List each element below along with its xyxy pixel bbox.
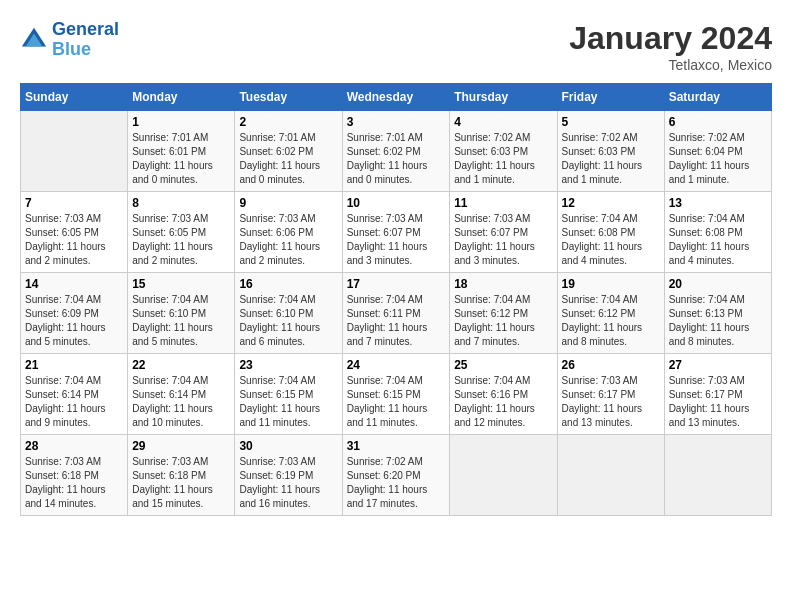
calendar-day-header: Wednesday [342,84,450,111]
calendar-cell: 19Sunrise: 7:04 AMSunset: 6:12 PMDayligh… [557,273,664,354]
day-number: 31 [347,439,446,453]
day-number: 22 [132,358,230,372]
calendar-cell [557,435,664,516]
day-info: Sunrise: 7:04 AMSunset: 6:15 PMDaylight:… [239,374,337,430]
main-title: January 2024 [569,20,772,57]
logo-text: General Blue [52,20,119,60]
day-number: 14 [25,277,123,291]
day-number: 10 [347,196,446,210]
calendar-cell: 18Sunrise: 7:04 AMSunset: 6:12 PMDayligh… [450,273,557,354]
calendar-cell: 24Sunrise: 7:04 AMSunset: 6:15 PMDayligh… [342,354,450,435]
day-info: Sunrise: 7:04 AMSunset: 6:08 PMDaylight:… [562,212,660,268]
day-info: Sunrise: 7:01 AMSunset: 6:02 PMDaylight:… [239,131,337,187]
calendar-day-header: Sunday [21,84,128,111]
calendar-cell: 29Sunrise: 7:03 AMSunset: 6:18 PMDayligh… [128,435,235,516]
calendar-cell [450,435,557,516]
calendar-header-row: SundayMondayTuesdayWednesdayThursdayFrid… [21,84,772,111]
day-number: 1 [132,115,230,129]
day-info: Sunrise: 7:04 AMSunset: 6:12 PMDaylight:… [454,293,552,349]
calendar-cell: 26Sunrise: 7:03 AMSunset: 6:17 PMDayligh… [557,354,664,435]
day-info: Sunrise: 7:04 AMSunset: 6:15 PMDaylight:… [347,374,446,430]
calendar-cell: 6Sunrise: 7:02 AMSunset: 6:04 PMDaylight… [664,111,771,192]
calendar-day-header: Tuesday [235,84,342,111]
day-info: Sunrise: 7:03 AMSunset: 6:17 PMDaylight:… [562,374,660,430]
day-info: Sunrise: 7:02 AMSunset: 6:03 PMDaylight:… [454,131,552,187]
calendar-day-header: Saturday [664,84,771,111]
calendar-cell: 4Sunrise: 7:02 AMSunset: 6:03 PMDaylight… [450,111,557,192]
day-number: 12 [562,196,660,210]
day-number: 19 [562,277,660,291]
calendar-cell: 23Sunrise: 7:04 AMSunset: 6:15 PMDayligh… [235,354,342,435]
calendar-cell [664,435,771,516]
logo: General Blue [20,20,119,60]
day-number: 30 [239,439,337,453]
calendar-cell: 8Sunrise: 7:03 AMSunset: 6:05 PMDaylight… [128,192,235,273]
page-header: General Blue January 2024 Tetlaxco, Mexi… [20,20,772,73]
calendar-week-row: 21Sunrise: 7:04 AMSunset: 6:14 PMDayligh… [21,354,772,435]
day-number: 9 [239,196,337,210]
day-number: 18 [454,277,552,291]
day-number: 13 [669,196,767,210]
calendar-cell: 20Sunrise: 7:04 AMSunset: 6:13 PMDayligh… [664,273,771,354]
day-number: 29 [132,439,230,453]
calendar-cell: 3Sunrise: 7:01 AMSunset: 6:02 PMDaylight… [342,111,450,192]
day-number: 16 [239,277,337,291]
day-number: 15 [132,277,230,291]
day-number: 5 [562,115,660,129]
calendar-cell: 15Sunrise: 7:04 AMSunset: 6:10 PMDayligh… [128,273,235,354]
day-info: Sunrise: 7:03 AMSunset: 6:06 PMDaylight:… [239,212,337,268]
calendar-cell: 28Sunrise: 7:03 AMSunset: 6:18 PMDayligh… [21,435,128,516]
calendar-body: 1Sunrise: 7:01 AMSunset: 6:01 PMDaylight… [21,111,772,516]
day-info: Sunrise: 7:03 AMSunset: 6:17 PMDaylight:… [669,374,767,430]
day-info: Sunrise: 7:02 AMSunset: 6:20 PMDaylight:… [347,455,446,511]
day-number: 3 [347,115,446,129]
day-number: 23 [239,358,337,372]
day-info: Sunrise: 7:03 AMSunset: 6:19 PMDaylight:… [239,455,337,511]
calendar-cell [21,111,128,192]
day-info: Sunrise: 7:04 AMSunset: 6:08 PMDaylight:… [669,212,767,268]
calendar-cell: 27Sunrise: 7:03 AMSunset: 6:17 PMDayligh… [664,354,771,435]
calendar-cell: 7Sunrise: 7:03 AMSunset: 6:05 PMDaylight… [21,192,128,273]
day-info: Sunrise: 7:03 AMSunset: 6:18 PMDaylight:… [25,455,123,511]
calendar-day-header: Thursday [450,84,557,111]
day-info: Sunrise: 7:04 AMSunset: 6:10 PMDaylight:… [239,293,337,349]
day-number: 8 [132,196,230,210]
day-info: Sunrise: 7:04 AMSunset: 6:16 PMDaylight:… [454,374,552,430]
day-number: 25 [454,358,552,372]
day-number: 27 [669,358,767,372]
day-info: Sunrise: 7:04 AMSunset: 6:12 PMDaylight:… [562,293,660,349]
day-number: 28 [25,439,123,453]
day-info: Sunrise: 7:04 AMSunset: 6:14 PMDaylight:… [25,374,123,430]
day-info: Sunrise: 7:03 AMSunset: 6:05 PMDaylight:… [132,212,230,268]
day-info: Sunrise: 7:04 AMSunset: 6:13 PMDaylight:… [669,293,767,349]
calendar-cell: 31Sunrise: 7:02 AMSunset: 6:20 PMDayligh… [342,435,450,516]
calendar-week-row: 1Sunrise: 7:01 AMSunset: 6:01 PMDaylight… [21,111,772,192]
calendar-cell: 14Sunrise: 7:04 AMSunset: 6:09 PMDayligh… [21,273,128,354]
day-info: Sunrise: 7:03 AMSunset: 6:07 PMDaylight:… [454,212,552,268]
day-number: 20 [669,277,767,291]
calendar-cell: 10Sunrise: 7:03 AMSunset: 6:07 PMDayligh… [342,192,450,273]
calendar-week-row: 7Sunrise: 7:03 AMSunset: 6:05 PMDaylight… [21,192,772,273]
subtitle: Tetlaxco, Mexico [569,57,772,73]
calendar-cell: 13Sunrise: 7:04 AMSunset: 6:08 PMDayligh… [664,192,771,273]
logo-icon [20,26,48,54]
calendar-cell: 21Sunrise: 7:04 AMSunset: 6:14 PMDayligh… [21,354,128,435]
day-number: 6 [669,115,767,129]
calendar-cell: 1Sunrise: 7:01 AMSunset: 6:01 PMDaylight… [128,111,235,192]
day-number: 2 [239,115,337,129]
calendar-week-row: 14Sunrise: 7:04 AMSunset: 6:09 PMDayligh… [21,273,772,354]
day-info: Sunrise: 7:04 AMSunset: 6:10 PMDaylight:… [132,293,230,349]
calendar-cell: 9Sunrise: 7:03 AMSunset: 6:06 PMDaylight… [235,192,342,273]
day-number: 4 [454,115,552,129]
day-info: Sunrise: 7:03 AMSunset: 6:18 PMDaylight:… [132,455,230,511]
day-info: Sunrise: 7:02 AMSunset: 6:03 PMDaylight:… [562,131,660,187]
day-info: Sunrise: 7:02 AMSunset: 6:04 PMDaylight:… [669,131,767,187]
calendar-cell: 25Sunrise: 7:04 AMSunset: 6:16 PMDayligh… [450,354,557,435]
day-number: 26 [562,358,660,372]
day-info: Sunrise: 7:01 AMSunset: 6:01 PMDaylight:… [132,131,230,187]
day-number: 11 [454,196,552,210]
day-info: Sunrise: 7:04 AMSunset: 6:11 PMDaylight:… [347,293,446,349]
calendar-day-header: Friday [557,84,664,111]
day-info: Sunrise: 7:01 AMSunset: 6:02 PMDaylight:… [347,131,446,187]
day-number: 7 [25,196,123,210]
